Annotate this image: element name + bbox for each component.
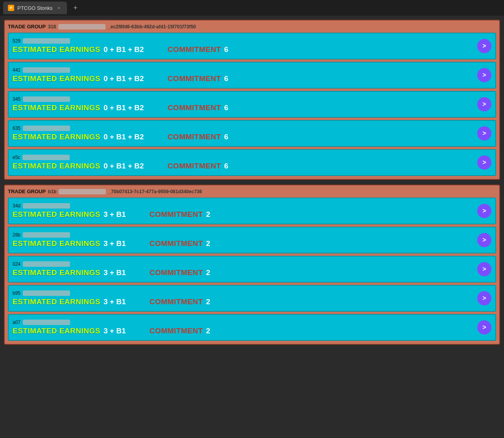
trade-group-label: TRADE GROUP (8, 189, 46, 194)
nav-button[interactable]: > (477, 97, 491, 111)
trade-item-content: 28b ESTIMATED EARNINGS 3 + B1 COMMITMENT… (13, 232, 473, 248)
trade-group-label: TRADE GROUP (8, 24, 46, 30)
commitment-label: COMMITMENT (167, 45, 221, 54)
item-main-row: ESTIMATED EARNINGS 3 + B1 COMMITMENT 2 (13, 298, 473, 306)
tab-close-button[interactable]: × (56, 5, 62, 11)
item-main-row: ESTIMATED EARNINGS 0 + B1 + B2 COMMITMEN… (13, 162, 473, 170)
earnings-value: 3 + B1 (104, 210, 126, 219)
trade-group-blurred (58, 24, 106, 30)
new-tab-button[interactable]: + (70, 2, 81, 13)
trade-item-content: a07 ESTIMATED EARNINGS 3 + B1 COMMITMENT… (13, 320, 473, 335)
item-main-row: ESTIMATED EARNINGS 3 + B1 COMMITMENT 2 (13, 268, 473, 277)
browser-tab[interactable]: P PTCGO Stonks × (3, 2, 67, 14)
estimated-earnings-label: ESTIMATED EARNINGS (13, 103, 100, 112)
trade-group-header-2: TRADE GROUP b1b _70b07413-7c17-477a-9559… (8, 189, 496, 194)
commitment-label: COMMITMENT (149, 327, 203, 335)
trade-item-2-3: 024 ESTIMATED EARNINGS 3 + B1 COMMITMENT… (8, 256, 496, 283)
commitment-value: 6 (224, 162, 228, 170)
earnings-value: 0 + B1 + B2 (104, 103, 144, 112)
item-blurred (22, 155, 70, 160)
item-id-row: 345 (13, 96, 473, 102)
nav-button[interactable]: > (477, 204, 491, 218)
trade-item-2-4: b95 ESTIMATED EARNINGS 3 + B1 COMMITMENT… (8, 285, 496, 312)
trade-group-uuid: _ec2f8fd6-63bb-492d-afd1-15f701f73f50 (108, 24, 196, 30)
commitment-label: COMMITMENT (167, 74, 221, 83)
trade-item-content: 441 ESTIMATED EARNINGS 0 + B1 + B2 COMMI… (13, 67, 473, 83)
estimated-earnings-label: ESTIMATED EARNINGS (13, 298, 100, 306)
main-content: TRADE GROUP 318 _ec2f8fd6-63bb-492d-afd1… (0, 16, 504, 349)
titlebar: P PTCGO Stonks × + (0, 0, 504, 16)
earnings-value: 3 + B1 (104, 298, 126, 306)
item-main-row: ESTIMATED EARNINGS 3 + B1 COMMITMENT 2 (13, 210, 473, 219)
item-main-row: ESTIMATED EARNINGS 0 + B1 + B2 COMMITMEN… (13, 74, 473, 83)
item-id: 345 (13, 96, 20, 102)
item-id-row: e5c (13, 155, 473, 160)
item-blurred (23, 290, 70, 296)
nav-button[interactable]: > (477, 233, 491, 247)
item-main-row: ESTIMATED EARNINGS 0 + B1 + B2 COMMITMEN… (13, 133, 473, 141)
trade-item-content: e5c ESTIMATED EARNINGS 0 + B1 + B2 COMMI… (13, 155, 473, 170)
earnings-value: 0 + B1 + B2 (104, 162, 144, 170)
item-main-row: ESTIMATED EARNINGS 3 + B1 COMMITMENT 2 (13, 239, 473, 248)
item-id: 024 (13, 261, 20, 267)
estimated-earnings-label: ESTIMATED EARNINGS (13, 133, 100, 141)
tab-favicon: P (8, 5, 14, 11)
trade-item-1-3: 345 ESTIMATED EARNINGS 0 + B1 + B2 COMMI… (8, 91, 496, 118)
trade-item-2-5: a07 ESTIMATED EARNINGS 3 + B1 COMMITMENT… (8, 314, 496, 341)
tab-title: PTCGO Stonks (17, 5, 53, 11)
trade-group-blurred (59, 189, 106, 194)
trade-item-content: 345 ESTIMATED EARNINGS 0 + B1 + B2 COMMI… (13, 96, 473, 112)
estimated-earnings-label: ESTIMATED EARNINGS (13, 268, 100, 277)
nav-button[interactable]: > (477, 262, 491, 276)
commitment-value: 6 (224, 103, 228, 112)
nav-button[interactable]: > (477, 68, 491, 82)
estimated-earnings-label: ESTIMATED EARNINGS (13, 327, 100, 335)
commitment-value: 2 (206, 268, 210, 277)
item-id-row: 28b (13, 232, 473, 238)
trade-group-id-prefix: b1b (48, 189, 56, 194)
trade-item-2-1: 34d ESTIMATED EARNINGS 3 + B1 COMMITMENT… (8, 198, 496, 224)
trade-item-content: 024 ESTIMATED EARNINGS 3 + B1 COMMITMENT… (13, 261, 473, 277)
item-blurred (23, 203, 70, 209)
item-id-row: 441 (13, 67, 473, 73)
commitment-label: COMMITMENT (149, 298, 203, 306)
earnings-value: 3 + B1 (104, 268, 126, 277)
item-id-row: 635 (13, 126, 473, 131)
nav-button[interactable]: > (477, 155, 491, 170)
earnings-value: 0 + B1 + B2 (104, 133, 144, 141)
trade-item-content: b95 ESTIMATED EARNINGS 3 + B1 COMMITMENT… (13, 290, 473, 306)
commitment-label: COMMITMENT (167, 133, 221, 141)
commitment-value: 6 (224, 74, 228, 83)
item-main-row: ESTIMATED EARNINGS 0 + B1 + B2 COMMITMEN… (13, 103, 473, 112)
item-id: b95 (13, 290, 20, 296)
trade-item-1-5: e5c ESTIMATED EARNINGS 0 + B1 + B2 COMMI… (8, 149, 496, 176)
commitment-label: COMMITMENT (149, 239, 203, 248)
item-id-row: b95 (13, 290, 473, 296)
estimated-earnings-label: ESTIMATED EARNINGS (13, 162, 100, 170)
item-id: e5c (13, 155, 20, 160)
item-blurred (23, 67, 70, 73)
item-id: a07 (13, 320, 20, 325)
earnings-value: 0 + B1 + B2 (104, 45, 144, 54)
earnings-value: 3 + B1 (104, 239, 126, 248)
item-id: 441 (13, 67, 20, 73)
item-main-row: ESTIMATED EARNINGS 3 + B1 COMMITMENT 2 (13, 327, 473, 335)
trade-item-1-2: 441 ESTIMATED EARNINGS 0 + B1 + B2 COMMI… (8, 62, 496, 89)
trade-group-uuid: _70b07413-7c17-477a-9559-081d340ec736 (108, 189, 202, 194)
estimated-earnings-label: ESTIMATED EARNINGS (13, 45, 100, 54)
nav-button[interactable]: > (477, 291, 491, 305)
nav-button[interactable]: > (477, 126, 491, 140)
commitment-value: 2 (206, 298, 210, 306)
item-blurred (23, 261, 70, 267)
item-id-row: 529 (13, 38, 473, 44)
nav-button[interactable]: > (477, 39, 491, 53)
trade-group-1: TRADE GROUP 318 _ec2f8fd6-63bb-492d-afd1… (4, 20, 500, 180)
item-id-row: a07 (13, 320, 473, 325)
item-blurred (23, 96, 70, 102)
commitment-label: COMMITMENT (167, 103, 221, 112)
estimated-earnings-label: ESTIMATED EARNINGS (13, 239, 100, 248)
nav-button[interactable]: > (477, 320, 491, 335)
trade-group-2: TRADE GROUP b1b _70b07413-7c17-477a-9559… (4, 185, 500, 345)
commitment-value: 2 (206, 210, 210, 219)
trade-item-1-1: 529 ESTIMATED EARNINGS 0 + B1 + B2 COMMI… (8, 33, 496, 59)
